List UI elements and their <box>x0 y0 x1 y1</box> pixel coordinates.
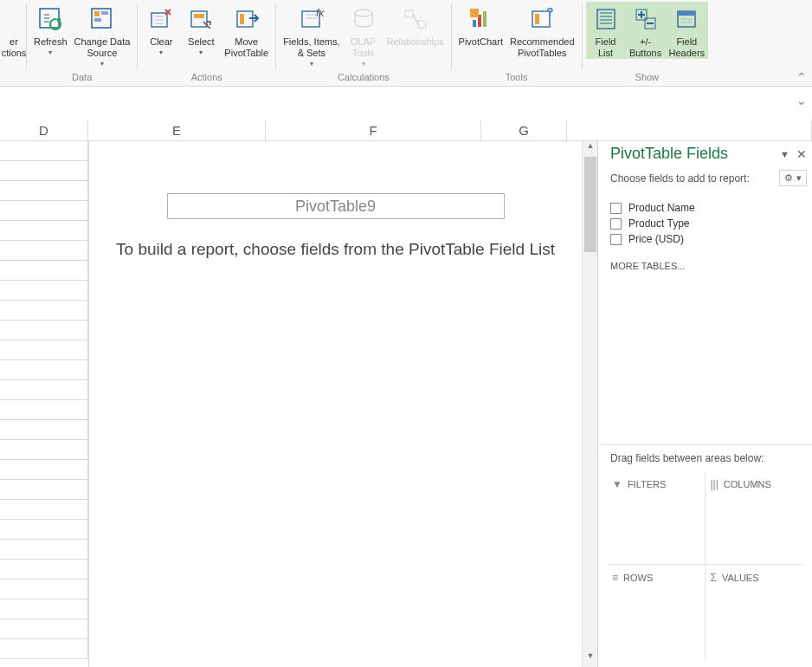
ribbon-group-calculations: fx Fields, Items, & Sets ▾ OLAP Tools ▾ … <box>276 0 450 86</box>
svg-text:fx: fx <box>316 7 325 19</box>
relationships-icon <box>400 3 431 35</box>
select-button[interactable]: Select ▾ <box>181 2 221 56</box>
pivotchart-label: PivotChart <box>459 36 503 47</box>
field-list-icon <box>590 3 622 35</box>
svg-rect-18 <box>483 11 487 27</box>
recommended-label: Recommended PivotTables <box>510 36 575 58</box>
select-label: Select <box>188 36 215 47</box>
vertical-scrollbar[interactable]: ▲ ▼ <box>582 141 597 667</box>
dropdown-arrow-icon: ▾ <box>159 49 163 56</box>
olap-icon <box>348 3 379 35</box>
area-values[interactable]: ΣVALUES <box>706 565 804 658</box>
pane-close-icon[interactable]: ✕ <box>796 147 807 161</box>
svg-rect-10 <box>240 14 244 24</box>
scroll-up-icon[interactable]: ▲ <box>583 141 598 157</box>
ribbon-group-show: Field List +/- Buttons Field Headers Sho… <box>583 0 712 86</box>
pivottable-fields-pane: PivotTable Fields ▼ ✕ Choose fields to a… <box>597 141 812 667</box>
pane-dropdown-icon[interactable]: ▼ <box>780 149 789 159</box>
change-data-label: Change Data Source <box>74 36 131 58</box>
clear-icon <box>145 3 177 35</box>
select-icon <box>185 3 216 35</box>
pivottable-placeholder[interactable]: PivotTable9 To build a report, choose fi… <box>88 141 582 667</box>
column-header-e[interactable]: E <box>88 120 266 140</box>
svg-point-13 <box>355 10 372 16</box>
dropdown-arrow-icon: ▾ <box>100 60 104 68</box>
values-icon: Σ <box>711 572 717 584</box>
group-label-calculations: Calculations <box>280 72 447 86</box>
gear-icon: ⚙ <box>784 172 793 184</box>
group-label-actions: Actions <box>141 72 272 86</box>
area-label: COLUMNS <box>724 479 771 489</box>
ribbon-partial-button[interactable]: erctions <box>3 2 24 59</box>
fields-items-sets-button[interactable]: fx Fields, Items, & Sets ▾ <box>280 2 343 68</box>
area-rows[interactable]: ≡ROWS <box>607 565 706 658</box>
checkbox-icon[interactable] <box>610 218 622 230</box>
field-list-label: Field List <box>596 36 616 58</box>
svg-rect-16 <box>473 20 476 27</box>
column-d-cells <box>0 141 88 667</box>
relationships-label: Relationships <box>387 36 444 47</box>
change-data-icon <box>87 3 118 35</box>
clear-button[interactable]: Clear ▾ <box>141 2 181 56</box>
move-label: Move PivotTable <box>224 36 268 58</box>
svg-rect-14 <box>405 10 413 17</box>
ribbon-group-actions: Clear ▾ Select ▾ Move PivotTable Actions <box>138 0 275 86</box>
clear-label: Clear <box>150 36 172 47</box>
svg-text:?: ? <box>546 6 554 19</box>
olap-label: OLAP Tools <box>351 36 376 58</box>
plus-minus-buttons-button[interactable]: +/- Buttons <box>626 2 666 59</box>
change-data-source-button[interactable]: Change Data Source ▾ <box>71 2 134 68</box>
dropdown-arrow-icon: ▾ <box>796 172 802 184</box>
field-headers-button[interactable]: Field Headers <box>666 2 709 59</box>
refresh-icon <box>35 3 66 35</box>
more-tables-link[interactable]: MORE TABLES... <box>598 250 812 282</box>
field-item-product-name[interactable]: Product Name <box>610 200 800 216</box>
field-list-button[interactable]: Field List <box>586 2 626 59</box>
pane-layout-settings-button[interactable]: ⚙ ▾ <box>779 170 807 186</box>
pane-title: PivotTable Fields <box>610 145 780 163</box>
column-header-f[interactable]: F <box>266 120 481 140</box>
svg-rect-4 <box>101 11 108 15</box>
rows-icon: ≡ <box>612 572 618 584</box>
plus-minus-icon <box>630 3 661 35</box>
refresh-button[interactable]: Refresh ▾ <box>30 2 71 56</box>
move-pivottable-button[interactable]: Move PivotTable <box>221 2 272 59</box>
recommended-pivottables-button[interactable]: ? Recommended PivotTables <box>506 2 578 59</box>
ribbon-group-partial: erctions <box>0 0 26 86</box>
scroll-thumb[interactable] <box>584 157 596 252</box>
field-label: Product Type <box>628 217 690 230</box>
fields-icon: fx <box>296 3 327 35</box>
recommended-icon: ? <box>526 3 557 35</box>
svg-rect-7 <box>191 11 207 27</box>
pivotchart-icon <box>465 3 496 35</box>
dropdown-arrow-icon: ▾ <box>199 49 203 56</box>
area-columns[interactable]: |||COLUMNS <box>706 471 804 565</box>
pivotchart-button[interactable]: PivotChart <box>455 2 506 48</box>
field-label: Product Name <box>628 202 695 214</box>
group-label-tools: Tools <box>455 72 578 86</box>
field-item-product-type[interactable]: Product Type <box>610 216 800 231</box>
column-header-blank <box>567 120 812 140</box>
olap-tools-button: OLAP Tools ▾ <box>344 2 383 68</box>
column-header-g[interactable]: G <box>481 120 567 140</box>
field-item-price-usd[interactable]: Price (USD) <box>610 231 800 247</box>
dropdown-arrow-icon: ▾ <box>48 49 52 56</box>
svg-rect-21 <box>535 14 539 24</box>
workspace: PivotTable9 To build a report, choose fi… <box>0 141 812 667</box>
ribbon-group-tools: PivotChart ? Recommended PivotTables Too… <box>452 0 582 86</box>
columns-icon: ||| <box>711 478 719 490</box>
pivottable-hint-text: To build a report, choose fields from th… <box>98 236 573 262</box>
checkbox-icon[interactable] <box>610 234 622 245</box>
checkbox-icon[interactable] <box>610 203 622 214</box>
formula-bar-expand-icon[interactable]: ⌄ <box>796 94 807 107</box>
column-header-d[interactable]: D <box>0 120 88 140</box>
pivottable-name: PivotTable9 <box>295 198 376 216</box>
drop-areas: ▼FILTERS |||COLUMNS ≡ROWS ΣVALUES <box>598 471 812 667</box>
ribbon-collapse-icon[interactable]: ⌃ <box>796 70 807 84</box>
pivottable-name-box: PivotTable9 <box>167 193 505 219</box>
pane-subtitle: Choose fields to add to report: <box>610 172 750 185</box>
scroll-down-icon[interactable]: ▼ <box>583 651 598 667</box>
fields-label: Fields, Items, & Sets <box>283 36 339 58</box>
area-filters[interactable]: ▼FILTERS <box>607 471 706 565</box>
field-headers-label: Field Headers <box>669 36 706 58</box>
